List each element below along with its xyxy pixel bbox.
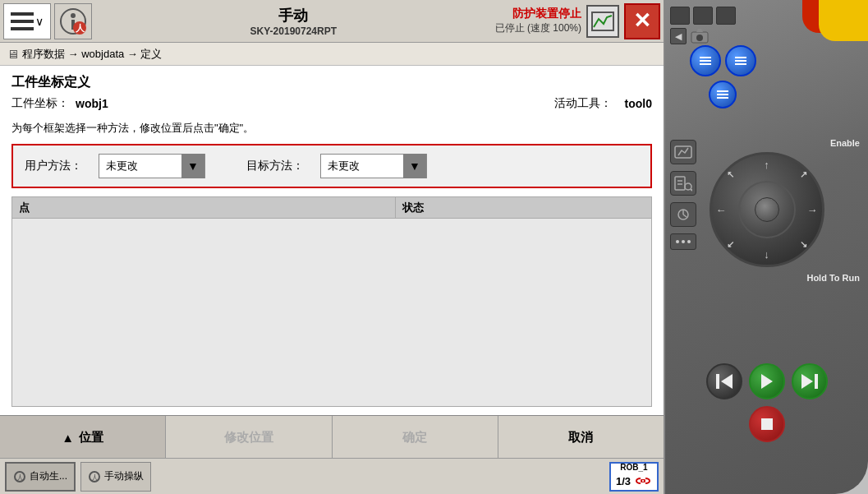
yellow-piece <box>819 0 868 41</box>
info-button[interactable]: 人 <box>54 3 92 39</box>
breadcrumb: 🖥 程序数据 → wobjdata → 定义 <box>0 43 664 66</box>
blue-btn-top-right[interactable] <box>725 45 756 76</box>
instruction-text: 为每个框架选择一种方法，修改位置后点击"确定"。 <box>11 121 652 136</box>
user-method-arrow[interactable]: ▼ <box>181 154 204 178</box>
bottom-toolbar: ▲ 位置 修改位置 确定 取消 <box>0 415 664 458</box>
left-panel: ∨ 人 手动 SKY-20190724RPT 防护装置停止 已停止 (速度 10… <box>0 0 665 494</box>
status-bar: 人 自动生... 人 手动操纵 ROB_1 1/3 <box>0 458 664 494</box>
svg-text:人: 人 <box>75 23 85 33</box>
transport-area <box>689 363 845 449</box>
svg-text:人: 人 <box>91 473 99 482</box>
content-title: 工件坐标定义 <box>11 74 652 91</box>
side-icon-2[interactable] <box>670 171 696 196</box>
side-icon-1[interactable] <box>670 140 696 164</box>
position-label: 位置 <box>79 430 103 446</box>
breadcrumb-path: 程序数据 → wobjdata → 定义 <box>22 47 163 62</box>
svg-marker-19 <box>696 29 703 32</box>
position-icon: ▲ <box>62 431 74 445</box>
workobj-label: 工件坐标： <box>11 96 69 111</box>
cancel-button[interactable]: 取消 <box>498 416 664 459</box>
joy-arrow-left: ← <box>716 204 727 216</box>
target-method-label: 目标方法： <box>246 159 304 173</box>
right-panel: ◀ <box>665 0 868 494</box>
top-small-buttons <box>670 7 736 25</box>
side-icon-3[interactable] <box>670 202 696 227</box>
mode-label: 手动 <box>278 6 308 25</box>
side-icons <box>670 140 696 250</box>
workobj-value: wobj1 <box>76 97 108 110</box>
auto-label: 自动生... <box>30 469 67 483</box>
user-method-label: 用户方法： <box>25 159 82 173</box>
dots-button[interactable] <box>670 233 696 250</box>
table-header: 点 状态 <box>12 197 651 219</box>
target-method-arrow[interactable]: ▼ <box>403 154 426 178</box>
confirm-button[interactable]: 确定 <box>333 416 498 459</box>
svg-rect-2 <box>11 27 34 30</box>
blue-btn-top-left[interactable] <box>690 45 721 76</box>
tool-label: 活动工具： <box>554 96 612 111</box>
manual-btn[interactable]: 人 手动操纵 <box>80 462 151 492</box>
small-sq-btn-2[interactable] <box>693 7 713 25</box>
joy-arrow-right: → <box>807 204 818 216</box>
main-content: 工件坐标定义 工件坐标： wobj1 活动工具： tool0 为每个框架选择一种… <box>0 66 664 415</box>
tool-value: tool0 <box>625 97 652 110</box>
svg-rect-21 <box>675 177 685 190</box>
method-section: 用户方法： 未更改 ▼ 目标方法： 未更改 ▼ <box>11 144 652 188</box>
stop-button[interactable] <box>749 406 785 442</box>
joy-arrow-down: ↓ <box>764 248 769 261</box>
table-body <box>12 219 651 406</box>
status-icon <box>586 5 619 38</box>
blue-btn-mid-left[interactable] <box>709 81 737 108</box>
rob-status: ROB_1 1/3 <box>609 462 659 492</box>
joystick-inner[interactable] <box>738 181 796 238</box>
chain-icon <box>634 472 652 490</box>
breadcrumb-icon: 🖥 <box>7 47 19 61</box>
manual-label: 手动操纵 <box>104 469 144 483</box>
skip-back-button[interactable] <box>706 363 742 399</box>
menu-button[interactable]: ∨ <box>3 3 51 39</box>
svg-point-18 <box>696 35 703 41</box>
joystick-area[interactable]: ↑ ↓ ← → ↖ ↗ ↙ ↘ <box>710 152 824 267</box>
joy-arrow-up: ↑ <box>764 159 769 171</box>
user-method-value: 未更改 <box>99 159 181 173</box>
enable-label: Enable <box>830 138 860 148</box>
col-status-header: 状态 <box>396 197 651 218</box>
small-sq-btn-3[interactable] <box>716 7 736 25</box>
rob-label: ROB_1 <box>620 463 647 472</box>
user-method-dropdown[interactable]: 未更改 ▼ <box>99 154 205 178</box>
top-bar-center: 手动 SKY-20190724RPT <box>92 6 495 37</box>
svg-rect-8 <box>592 12 613 30</box>
joy-arrow-ul: ↖ <box>727 169 734 180</box>
svg-line-28 <box>683 215 687 217</box>
top-bar: ∨ 人 手动 SKY-20190724RPT 防护装置停止 已停止 (速度 10… <box>0 0 664 43</box>
device-id: SKY-20190724RPT <box>250 25 337 37</box>
joy-arrow-dr: ↘ <box>800 239 807 250</box>
svg-point-4 <box>71 13 76 18</box>
protection-status-text: 防护装置停止 <box>512 7 581 21</box>
camera-icon <box>690 28 710 44</box>
joystick-center[interactable] <box>755 197 779 222</box>
small-sq-btn-1[interactable] <box>670 7 690 25</box>
play-button[interactable] <box>749 363 785 399</box>
position-button[interactable]: ▲ 位置 <box>0 416 166 459</box>
joystick-outer[interactable]: ↑ ↓ ← → ↖ ↗ ↙ ↘ <box>710 152 824 267</box>
svg-rect-0 <box>11 12 34 16</box>
speed-status-text: 已停止 (速度 100%) <box>495 21 581 35</box>
arrow-left-small[interactable]: ◀ <box>670 28 687 44</box>
close-button[interactable]: ✕ <box>624 3 660 39</box>
modify-position-label: 修改位置 <box>224 430 273 446</box>
target-method-value: 未更改 <box>321 159 403 173</box>
camera-icon-area: ◀ <box>670 28 710 44</box>
skip-forward-button[interactable] <box>792 363 828 399</box>
data-table: 点 状态 <box>11 196 652 407</box>
hold-label: Hold To Run <box>806 273 860 283</box>
workobj-row: 工件坐标： wobj1 活动工具： tool0 <box>11 96 652 111</box>
col-point-header: 点 <box>12 197 396 218</box>
auto-btn[interactable]: 人 自动生... <box>5 462 76 492</box>
modify-position-button[interactable]: 修改位置 <box>166 416 332 459</box>
svg-point-24 <box>685 183 691 190</box>
svg-line-25 <box>691 189 692 191</box>
top-bar-right: 防护装置停止 已停止 (速度 100%) ✕ <box>495 3 660 39</box>
joy-arrow-ur: ↗ <box>800 169 807 180</box>
target-method-dropdown[interactable]: 未更改 ▼ <box>320 154 427 178</box>
